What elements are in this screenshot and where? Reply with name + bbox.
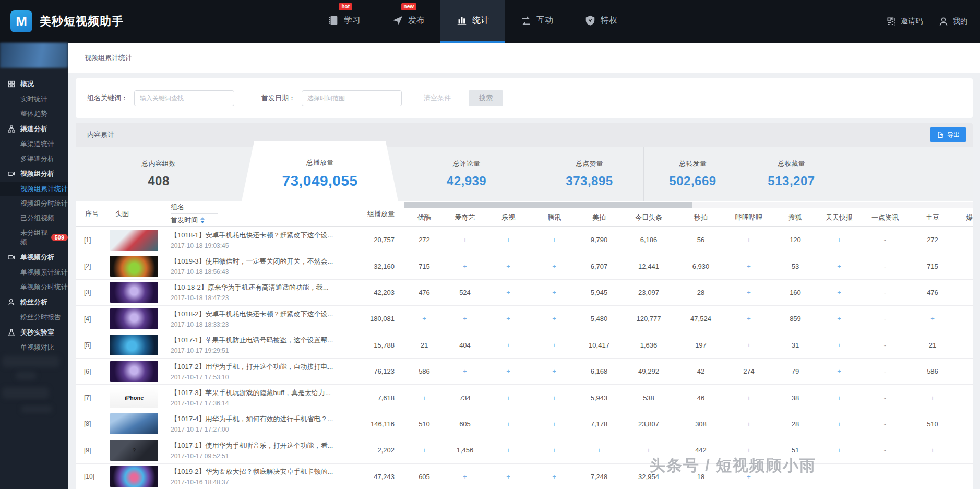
stat-card-active[interactable]: 总播放量73,049,055	[242, 147, 398, 201]
row-thumbnail[interactable]	[110, 256, 158, 277]
platform-add-link[interactable]: +	[486, 289, 531, 296]
row-thumbnail[interactable]	[110, 466, 158, 487]
row-group-title[interactable]: 【1017-1】苹果手机防止电话号码被盗，这个设置帮...	[171, 336, 338, 345]
platform-add-link[interactable]: +	[818, 263, 861, 270]
platform-add-link[interactable]: +	[486, 420, 531, 428]
platform-add-link[interactable]: +	[910, 394, 955, 402]
platform-add-link[interactable]: +	[818, 289, 861, 296]
platform-add-link[interactable]: +	[531, 341, 578, 349]
platform-add-link[interactable]: +	[818, 394, 861, 402]
row-thumbnail[interactable]	[110, 335, 158, 355]
header-publish-time-sort[interactable]: 首发时间	[171, 216, 218, 225]
sidebar-item[interactable]: 已分组视频	[0, 211, 68, 225]
platform-add-link[interactable]: +	[444, 315, 486, 323]
row-group-title[interactable]: 【1019-2】华为要放大招？彻底解决安卓手机卡顿的...	[171, 467, 338, 476]
nav-link-invite-code[interactable]: 邀请码	[886, 16, 923, 27]
sidebar-item[interactable]: 视频组累计统计	[0, 182, 68, 196]
sidebar-item[interactable]: 单视频分析	[0, 249, 68, 265]
platform-add-link[interactable]: +	[404, 315, 444, 323]
platform-add-link[interactable]: +	[486, 236, 531, 244]
sidebar-item[interactable]: 单视频对比	[0, 340, 68, 355]
keyword-input[interactable]	[134, 90, 234, 106]
sidebar-item[interactable]: 单视频分时统计	[0, 280, 68, 294]
horizontal-scrollbar-thumb[interactable]	[404, 202, 692, 208]
sidebar-item[interactable]: 整体趋势	[0, 106, 68, 121]
platform-add-link[interactable]: +	[444, 367, 486, 375]
platform-add-link[interactable]: +	[620, 446, 677, 454]
clear-filters-link[interactable]: 清空条件	[424, 93, 451, 103]
nav-tab-5[interactable]: 特权	[569, 0, 633, 43]
platform-add-link[interactable]: +	[725, 341, 773, 349]
nav-tab-4[interactable]: 互动	[505, 0, 569, 43]
sidebar-item[interactable]: 渠道分析	[0, 121, 68, 137]
nav-tab-1[interactable]: 学习hot	[312, 0, 376, 43]
platform-add-link[interactable]: +	[486, 394, 531, 402]
platform-add-link[interactable]: +	[444, 473, 486, 481]
row-group-title[interactable]: 【1017-3】苹果手机玩游戏的隐藏buff，真是太给力...	[171, 388, 338, 398]
platform-add-link[interactable]: +	[486, 473, 531, 481]
row-group-title[interactable]: 【10-18-2】原来华为手机还有高清通话的功能，我...	[171, 283, 338, 292]
platform-add-link[interactable]: +	[725, 315, 773, 323]
sidebar-item[interactable]: 概况	[0, 76, 68, 92]
platform-add-link[interactable]: +	[725, 263, 773, 270]
platform-add-link[interactable]: +	[486, 315, 531, 323]
sidebar-item[interactable]: 视频组分析	[0, 166, 68, 182]
row-group-title[interactable]: 【1019-3】使用微信时，一定要关闭的开关，不然会...	[171, 257, 338, 266]
sidebar-item[interactable]: 未分组视频509	[0, 225, 68, 249]
stat-card[interactable]: 总内容组数408	[76, 147, 242, 201]
sidebar-item[interactable]: 单视频累计统计	[0, 265, 68, 280]
platform-add-link[interactable]: +	[725, 236, 773, 244]
sidebar-item[interactable]: 美秒实验室	[0, 325, 68, 340]
nav-tab-3[interactable]: 统计	[440, 0, 505, 43]
platform-add-link[interactable]: +	[725, 446, 773, 454]
platform-add-link[interactable]: +	[404, 446, 444, 454]
stat-card[interactable]: 总点赞量373,895	[535, 147, 643, 201]
sidebar-item[interactable]: 单渠道统计	[0, 137, 68, 151]
platform-add-link[interactable]: +	[486, 263, 531, 270]
row-thumbnail[interactable]	[110, 308, 158, 329]
nav-tab-2[interactable]: 发布new	[376, 0, 440, 43]
export-button[interactable]: 导出	[930, 127, 966, 142]
platform-add-link[interactable]: +	[910, 446, 955, 454]
platform-add-link[interactable]: +	[486, 446, 531, 454]
sidebar-item[interactable]: 实时统计	[0, 92, 68, 106]
row-group-title[interactable]: 【1018-2】安卓手机耗电快还卡顿？赶紧改下这个设...	[171, 309, 338, 319]
platform-add-link[interactable]: +	[531, 289, 578, 296]
date-range-input[interactable]	[302, 90, 402, 106]
platform-add-link[interactable]: +	[910, 315, 955, 323]
platform-add-link[interactable]: +	[818, 236, 861, 244]
row-group-title[interactable]: 【1017-1】使用华为手机听音乐，打开这个功能，看...	[171, 441, 338, 450]
platform-add-link[interactable]: +	[531, 367, 578, 375]
app-logo[interactable]: M	[10, 10, 32, 32]
platform-add-link[interactable]: +	[818, 367, 861, 375]
stat-card[interactable]: 总评论量42,939	[398, 147, 535, 201]
platform-add-link[interactable]: +	[818, 446, 861, 454]
sidebar-item[interactable]: 粉丝分时报告	[0, 310, 68, 325]
search-button[interactable]: 搜索	[469, 90, 503, 106]
platform-add-link[interactable]: +	[404, 394, 444, 402]
row-thumbnail[interactable]	[110, 282, 158, 303]
platform-add-link[interactable]: +	[531, 315, 578, 323]
platform-add-link[interactable]: +	[531, 446, 578, 454]
platform-add-link[interactable]: +	[486, 367, 531, 375]
stat-card[interactable]: 总收藏量513,207	[742, 147, 841, 201]
platform-add-link[interactable]: +	[531, 236, 578, 244]
platform-add-link[interactable]: +	[818, 315, 861, 323]
platform-add-link[interactable]: +	[531, 263, 578, 270]
platform-add-link[interactable]: +	[818, 420, 861, 428]
row-group-title[interactable]: 【1018-1】安卓手机耗电快还卡顿？赶紧改下这个设...	[171, 231, 338, 240]
sidebar-item[interactable]: 多渠道分析	[0, 151, 68, 166]
platform-add-link[interactable]: +	[531, 473, 578, 481]
platform-add-link[interactable]: +	[578, 446, 620, 454]
row-group-title[interactable]: 【1017-2】用华为手机，打开这个功能，自动接打电...	[171, 362, 338, 372]
platform-add-link[interactable]: +	[818, 341, 861, 349]
platform-add-link[interactable]: +	[486, 341, 531, 349]
platform-add-link[interactable]: +	[725, 420, 773, 428]
platform-add-link[interactable]: +	[725, 289, 773, 296]
platform-add-link[interactable]: +	[444, 236, 486, 244]
platform-add-link[interactable]: +	[725, 473, 773, 481]
platform-add-link[interactable]: +	[531, 394, 578, 402]
platform-add-link[interactable]: +	[725, 394, 773, 402]
row-thumbnail[interactable]: iPhone	[110, 387, 158, 408]
row-thumbnail[interactable]	[110, 361, 158, 382]
